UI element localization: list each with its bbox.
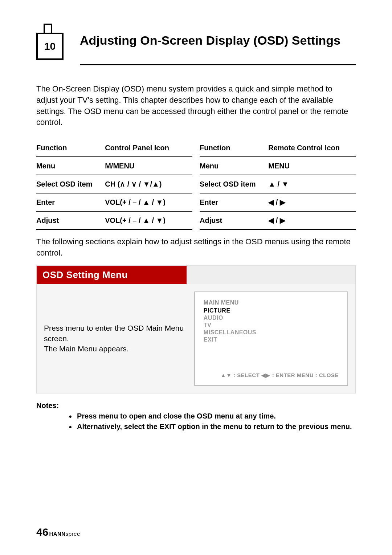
following-paragraph: The following sections explain how to ad… <box>36 236 356 259</box>
table-header-row: Function Remote Control Icon <box>200 139 356 157</box>
table-header-row: Function Control Panel Icon <box>36 139 192 157</box>
intro-paragraph: The On-Screen Display (OSD) menu system … <box>36 83 356 128</box>
table-row: Menu M/MENU <box>36 157 192 175</box>
chapter-tab-decoration <box>44 24 52 33</box>
page-number: 46 <box>36 526 48 538</box>
osd-setting-block: OSD Setting Menu Press menu to enter the… <box>36 265 356 393</box>
brand-logo: HANNspree <box>49 531 80 537</box>
osd-instruction-line1: Press menu to enter the OSD Main Menu sc… <box>44 324 184 342</box>
cell-function: Menu <box>36 162 105 170</box>
osd-menu-title: MAIN MENU <box>204 299 339 306</box>
cell-icon: VOL(+ / – / ▲ / ▼) <box>105 216 192 225</box>
table-row: Menu MENU <box>200 157 356 175</box>
col-remote-control-icon: Remote Control Icon <box>268 144 356 152</box>
osd-menu-item-exit: EXIT <box>204 336 339 343</box>
osd-instruction-text: Press menu to enter the OSD Main Menu sc… <box>44 323 187 354</box>
osd-header-row: OSD Setting Menu <box>37 266 355 284</box>
osd-instruction-line2: The Main Menu appears. <box>44 344 128 353</box>
notes-heading: Notes: <box>36 401 59 409</box>
cell-icon: ◀ / ▶ <box>268 198 356 207</box>
chapter-title-block: Adjusting On-Screen Display (OSD) Settin… <box>80 29 356 65</box>
osd-body: Press menu to enter the OSD Main Menu sc… <box>37 284 355 393</box>
osd-main-menu-panel: MAIN MENU PICTURE AUDIO TV MISCELLANEOUS… <box>194 291 348 386</box>
cell-function: Enter <box>200 198 268 207</box>
table-row: Enter VOL(+ / – / ▲ / ▼) <box>36 193 192 212</box>
notes-list: Press menu to open and close the OSD men… <box>69 411 356 432</box>
col-function: Function <box>200 144 268 152</box>
cell-function: Adjust <box>36 216 105 225</box>
chapter-number: 10 <box>44 41 56 52</box>
table-row: Select OSD item CH (∧ / ∨ / ▼/▲) <box>36 175 192 193</box>
note-item: Press menu to open and close the OSD men… <box>69 411 356 421</box>
osd-menu-item-misc: MISCELLANEOUS <box>204 329 339 336</box>
function-tables: Function Control Panel Icon Menu M/MENU … <box>36 139 356 230</box>
cell-function: Select OSD item <box>200 180 268 188</box>
cell-function: Select OSD item <box>36 180 105 188</box>
cell-icon: ◀ / ▶ <box>268 216 356 225</box>
page: 10 Adjusting On-Screen Display (OSD) Set… <box>0 0 392 555</box>
cell-icon: M/MENU <box>105 162 192 170</box>
chapter-number-box: 10 <box>36 33 64 60</box>
table-row: Enter ◀ / ▶ <box>200 193 356 212</box>
page-footer: 46 HANNspree <box>36 526 80 538</box>
remote-control-table: Function Remote Control Icon Menu MENU S… <box>200 139 356 230</box>
osd-menu-list: MAIN MENU PICTURE AUDIO TV MISCELLANEOUS… <box>204 299 339 344</box>
osd-hint-line: ▲▼ : SELECT ◀▶ : ENTER MENU : CLOSE <box>204 372 339 379</box>
control-panel-table: Function Control Panel Icon Menu M/MENU … <box>36 139 192 230</box>
table-row: Select OSD item ▲ / ▼ <box>200 175 356 193</box>
cell-icon: ▲ / ▼ <box>268 180 356 188</box>
osd-instructions: Press menu to enter the OSD Main Menu sc… <box>44 291 187 386</box>
osd-menu-item-tv: TV <box>204 322 339 328</box>
chapter-title: Adjusting On-Screen Display (OSD) Settin… <box>80 33 340 48</box>
table-row: Adjust VOL(+ / – / ▲ / ▼) <box>36 212 192 230</box>
osd-menu-item-audio: AUDIO <box>204 315 339 321</box>
notes-block: Notes: Press menu to open and close the … <box>36 401 356 432</box>
chapter-header: 10 Adjusting On-Screen Display (OSD) Set… <box>36 29 356 65</box>
cell-function: Menu <box>200 162 268 170</box>
brand-part1: HANN <box>49 531 65 537</box>
col-control-panel-icon: Control Panel Icon <box>105 144 192 152</box>
cell-icon: MENU <box>268 162 356 170</box>
osd-heading: OSD Setting Menu <box>37 266 187 284</box>
cell-icon: CH (∧ / ∨ / ▼/▲) <box>105 180 192 188</box>
cell-icon: VOL(+ / – / ▲ / ▼) <box>105 198 192 207</box>
cell-function: Enter <box>36 198 105 207</box>
col-function: Function <box>36 144 105 152</box>
osd-header-spacer <box>187 266 355 284</box>
osd-menu-item-picture: PICTURE <box>204 307 339 314</box>
brand-part2: spree <box>66 531 80 537</box>
note-item: Alternatively, select the EXIT option in… <box>69 422 356 432</box>
cell-function: Adjust <box>200 216 268 225</box>
table-row: Adjust ◀ / ▶ <box>200 212 356 230</box>
